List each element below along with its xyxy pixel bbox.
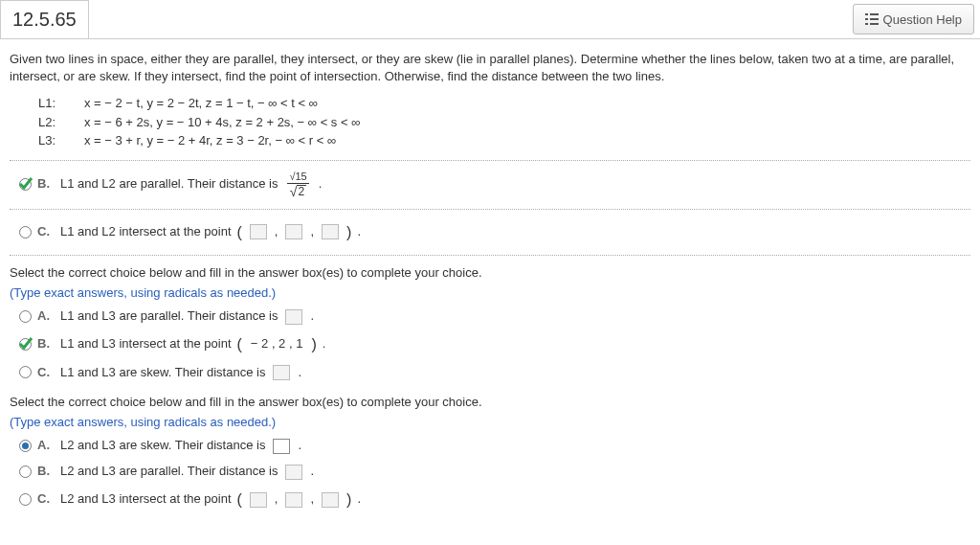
choice-text: L2 and L3 are skew. Their distance is — [60, 436, 265, 456]
answer-input-x[interactable] — [250, 224, 267, 239]
svg-rect-3 — [870, 18, 879, 20]
choice-letter: A. — [37, 307, 55, 327]
radio-button[interactable] — [19, 310, 32, 323]
choice-letter: C. — [37, 222, 55, 242]
svg-rect-4 — [865, 23, 868, 25]
choice-letter: C. — [37, 489, 55, 510]
point-parentheses: ) — [346, 488, 351, 512]
point-parentheses: ( — [237, 220, 242, 245]
answer-input-y[interactable] — [285, 224, 302, 239]
answer-coords: − 2 , 2 , 1 — [248, 334, 306, 354]
choice-letter: C. — [37, 363, 55, 383]
line-label: L1: — [38, 94, 67, 113]
choice-text: L1 and L3 are parallel. Their distance i… — [60, 307, 278, 327]
answer-input-distance[interactable] — [285, 465, 302, 480]
choice-letter: B. — [37, 174, 55, 194]
choice-g1-B[interactable]: B. L1 and L2 are parallel. Their distanc… — [10, 169, 970, 201]
period: . — [310, 307, 314, 327]
point-parentheses: ( — [237, 488, 242, 512]
choice-g3-B[interactable]: B. L2 and L3 are parallel. Their distanc… — [10, 459, 970, 485]
radio-button-selected[interactable] — [19, 440, 32, 452]
radio-checked-icon[interactable] — [19, 338, 32, 351]
period: . — [310, 462, 314, 482]
radio-button[interactable] — [19, 366, 32, 378]
answer-input-y[interactable] — [285, 492, 302, 508]
help-label: Question Help — [883, 12, 962, 27]
choice-text: L1 and L3 intersect at the point — [60, 334, 232, 354]
question-number: 12.5.65 — [0, 0, 89, 38]
answer-input-distance[interactable] — [273, 439, 290, 454]
period: . — [298, 363, 301, 383]
radio-button[interactable] — [19, 466, 32, 478]
answer-input-distance[interactable] — [273, 365, 290, 380]
choice-text: L2 and L3 intersect at the point — [60, 489, 232, 510]
header: 12.5.65 Question Help — [0, 0, 980, 39]
point-parentheses: ) — [311, 332, 316, 357]
choice-g2-A[interactable]: A. L1 and L3 are parallel. Their distanc… — [10, 304, 970, 329]
section-instruction: Select the correct choice below and fill… — [10, 395, 970, 409]
choice-letter: B. — [37, 334, 55, 354]
choice-text: L2 and L3 are parallel. Their distance i… — [60, 462, 278, 482]
line-equation: x = − 3 + r, y = − 2 + 4r, z = 3 − 2r, −… — [84, 131, 336, 150]
choice-text: L1 and L3 are skew. Their distance is — [60, 363, 265, 383]
choice-letter: B. — [37, 462, 55, 482]
choice-text: L1 and L2 are parallel. Their distance i… — [60, 174, 278, 194]
choice-text: L1 and L2 intersect at the point — [60, 222, 232, 242]
choice-g3-A[interactable]: A. L2 and L3 are skew. Their distance is… — [10, 433, 970, 459]
period: . — [323, 334, 326, 354]
section-instruction: Select the correct choice below and fill… — [10, 265, 970, 280]
period: . — [298, 436, 301, 456]
fraction-denominator: √2 — [287, 183, 309, 198]
distance-fraction: √15 √2 — [286, 171, 309, 198]
choice-g1-C[interactable]: C. L1 and L2 intersect at the point ( , … — [10, 217, 970, 248]
svg-rect-2 — [865, 18, 868, 20]
point-parentheses: ( — [237, 332, 242, 357]
svg-rect-1 — [870, 13, 879, 15]
period: . — [357, 222, 361, 242]
svg-rect-5 — [870, 23, 879, 25]
period: . — [319, 174, 323, 194]
list-icon — [865, 13, 879, 25]
hint-text: (Type exact answers, using radicals as n… — [10, 285, 970, 300]
line-L3: L3: x = − 3 + r, y = − 2 + 4r, z = 3 − 2… — [38, 131, 970, 150]
radio-button[interactable] — [19, 226, 32, 238]
fraction-numerator: √15 — [286, 171, 309, 183]
answer-input-z[interactable] — [322, 224, 339, 239]
answer-input-distance[interactable] — [285, 309, 302, 325]
line-label: L2: — [38, 113, 67, 132]
radio-button[interactable] — [19, 493, 32, 506]
answer-input-z[interactable] — [322, 492, 339, 508]
line-equation: x = − 6 + 2s, y = − 10 + 4s, z = 2 + 2s,… — [84, 113, 360, 132]
separator — [10, 209, 970, 210]
separator — [10, 255, 970, 256]
svg-rect-0 — [865, 13, 868, 15]
line-L2: L2: x = − 6 + 2s, y = − 10 + 4s, z = 2 +… — [38, 113, 970, 132]
question-help-button[interactable]: Question Help — [853, 4, 974, 34]
choice-g3-C[interactable]: C. L2 and L3 intersect at the point ( , … — [10, 485, 970, 515]
choice-g2-C[interactable]: C. L1 and L3 are skew. Their distance is… — [10, 360, 970, 386]
point-parentheses: ) — [346, 220, 351, 245]
choice-g2-B[interactable]: B. L1 and L3 intersect at the point ( − … — [10, 329, 970, 360]
content: Given two lines in space, either they ar… — [0, 39, 980, 529]
line-L1: L1: x = − 2 − t, y = 2 − 2t, z = 1 − t, … — [38, 94, 970, 113]
separator — [10, 160, 970, 161]
hint-text: (Type exact answers, using radicals as n… — [10, 415, 970, 429]
period: . — [357, 489, 361, 510]
line-equation: x = − 2 − t, y = 2 − 2t, z = 1 − t, − ∞ … — [84, 94, 318, 113]
choice-letter: A. — [37, 436, 55, 456]
lines-block: L1: x = − 2 − t, y = 2 − 2t, z = 1 − t, … — [38, 94, 970, 150]
instructions-text: Given two lines in space, either they ar… — [10, 51, 970, 84]
answer-input-x[interactable] — [250, 492, 267, 508]
line-label: L3: — [38, 131, 67, 150]
radio-checked-icon[interactable] — [19, 178, 32, 191]
